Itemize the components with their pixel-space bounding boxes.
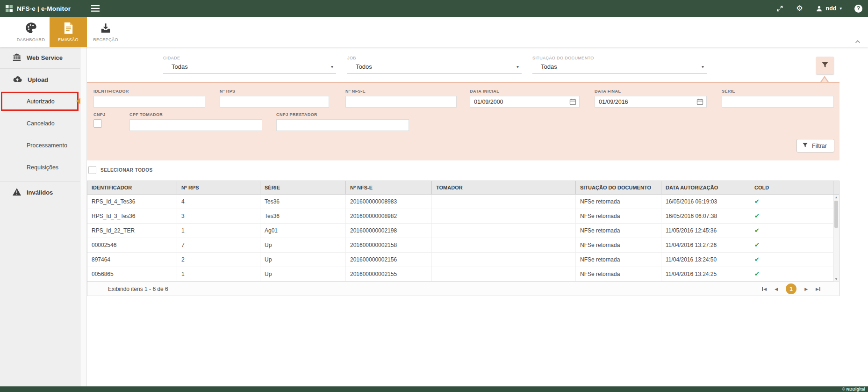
app-title: NFS-e | e-Monitor	[17, 5, 71, 12]
cpf-tomador-input[interactable]	[129, 119, 262, 131]
cell-nfse: 201600000002156	[346, 253, 432, 267]
cell-identificador: 0056865	[87, 267, 177, 281]
sidebar-item-autorizado[interactable]: Autorizado	[0, 90, 80, 112]
grid-scrollbar[interactable]: ▲ ▼	[833, 195, 839, 282]
cidade-value-row: Todas ▾	[163, 62, 336, 74]
sidebar-item-cancelado[interactable]: Cancelado	[0, 112, 80, 134]
first-page-button[interactable]: ◀	[762, 287, 767, 291]
cell-data-autorizacao: 11/04/2016 13:27:26	[661, 238, 750, 252]
settings-gears-icon[interactable]: ⚙	[796, 5, 803, 12]
app-window: NFS-e | e-Monitor ⚙ ndd ▾ ?	[0, 0, 868, 392]
cnpj-prestador-field: CNPJ PRESTADOR	[276, 112, 409, 131]
table-row[interactable]: 0056865 1 Up 201600000002155 NFSe retorn…	[87, 267, 839, 282]
table-row[interactable]: RPS_Id_4_Tes36 4 Tes36 201600000008983 N…	[87, 195, 839, 209]
download-tray-icon	[100, 22, 112, 35]
results-grid: IDENTIFICADOR Nº RPS SÉRIE Nº NFS-E TOMA…	[87, 181, 839, 296]
column-header-rps[interactable]: Nº RPS	[177, 181, 260, 194]
column-header-filler	[833, 181, 839, 194]
rps-input[interactable]	[220, 96, 329, 108]
filter-toggle-button[interactable]	[816, 57, 834, 74]
cnpj-prestador-input[interactable]	[276, 119, 409, 131]
filtrar-button-label: Filtrar	[812, 143, 827, 149]
cnpj-field: CNPJ	[93, 112, 106, 128]
data-final-wrap	[595, 96, 707, 108]
calendar-icon[interactable]	[569, 98, 577, 106]
cidade-value: Todas	[172, 63, 188, 70]
cell-tomador	[432, 195, 576, 209]
warning-triangle-icon	[13, 188, 21, 197]
table-row[interactable]: 00002546 7 Up 201600000002158 NFSe retor…	[87, 238, 839, 253]
column-header-situacao[interactable]: SITUAÇÃO DO DOCUMENTO	[576, 181, 661, 194]
cell-nfse: 201600000002155	[346, 267, 432, 281]
fullscreen-icon[interactable]	[776, 5, 783, 12]
prev-page-button[interactable]: ◀	[775, 287, 778, 291]
last-page-button[interactable]: ▶	[816, 287, 820, 291]
help-icon[interactable]: ?	[854, 5, 862, 13]
cidade-select[interactable]: CIDADE Todas ▾	[163, 56, 336, 74]
identificador-input[interactable]	[93, 96, 205, 108]
data-inicial-input[interactable]	[470, 96, 580, 108]
cell-serie: Up	[260, 267, 346, 281]
column-header-data-autorizacao[interactable]: DATA AUTORIZAÇÃO	[661, 181, 750, 194]
scroll-down-icon[interactable]: ▼	[833, 277, 839, 281]
funnel-icon	[821, 61, 829, 70]
sidebar-item-requisicoes[interactable]: Requisições	[0, 156, 80, 178]
column-header-nfse[interactable]: Nº NFS-E	[346, 181, 432, 194]
check-icon: ✔	[750, 195, 833, 209]
cpf-tomador-label: CPF TOMADOR	[129, 112, 262, 117]
cell-tomador	[432, 224, 576, 238]
table-row[interactable]: 897464 2 Up 201600000002156 NFSe retorna…	[87, 253, 839, 267]
menu-icon[interactable]	[91, 5, 100, 12]
data-inicial-label: DATA INICIAL	[470, 89, 580, 94]
sidebar-item-label: Processamento	[27, 142, 67, 149]
document-icon	[63, 22, 74, 35]
sidebar-item-web-service[interactable]: Web Service	[0, 47, 80, 69]
column-header-cold[interactable]: COLD	[750, 181, 833, 194]
prev-page-icon: ◀	[775, 287, 778, 291]
column-header-serie[interactable]: SÉRIE	[260, 181, 346, 194]
identificador-field: IDENTIFICADOR	[93, 89, 205, 108]
cell-rps: 2	[177, 253, 260, 267]
filtrar-button[interactable]: Filtrar	[796, 139, 834, 152]
situacao-select[interactable]: SITUAÇÃO DO DOCUMENTO Todas ▾	[532, 56, 707, 74]
identificador-label: IDENTIFICADOR	[93, 89, 205, 94]
tab-emissao[interactable]: EMISSÃO	[50, 17, 87, 47]
funnel-icon	[802, 142, 808, 150]
next-page-button[interactable]: ▶	[804, 287, 808, 291]
select-all-checkbox[interactable]	[88, 166, 96, 174]
sidebar-item-upload[interactable]: Upload	[0, 69, 80, 90]
scrollbar-thumb[interactable]	[834, 201, 838, 228]
scroll-up-icon[interactable]: ▲	[833, 196, 839, 199]
table-row[interactable]: RPS_Id_3_Tes36 3 Tes36 201600000008982 N…	[87, 209, 839, 224]
serie-input[interactable]	[722, 96, 834, 108]
current-page-badge[interactable]: 1	[786, 283, 796, 294]
body: Web Service Upload Autorizado Cancelado …	[0, 47, 868, 386]
collapse-toolbar-icon[interactable]	[855, 40, 861, 44]
sidebar-item-label: Upload	[28, 76, 48, 83]
user-menu[interactable]: ndd ▾	[816, 5, 842, 12]
cell-rps: 4	[177, 195, 260, 209]
sidebar-item-processamento[interactable]: Processamento	[0, 134, 80, 156]
table-row[interactable]: RPS_Id_22_TER 1 Ag01 201600000002198 NFS…	[87, 224, 839, 238]
cell-tomador	[432, 267, 576, 281]
check-icon: ✔	[750, 267, 833, 281]
cnpj-checkbox[interactable]	[93, 119, 102, 128]
cell-identificador: 00002546	[87, 238, 177, 252]
column-header-identificador[interactable]: IDENTIFICADOR	[87, 181, 177, 194]
cell-serie: Up	[260, 253, 346, 267]
situacao-value-row: Todas ▾	[532, 62, 707, 74]
cell-situacao: NFSe retornada	[576, 238, 661, 252]
calendar-icon[interactable]	[696, 98, 704, 106]
data-final-input[interactable]	[595, 96, 707, 108]
cell-data-autorizacao: 11/05/2016 12:45:36	[661, 224, 750, 238]
sidebar-item-label: Inválidos	[27, 189, 53, 196]
nfse-input[interactable]	[345, 96, 457, 108]
check-icon: ✔	[750, 224, 833, 238]
sidebar-item-invalidos[interactable]: Inválidos	[0, 181, 80, 203]
column-header-tomador[interactable]: TOMADOR	[432, 181, 576, 194]
sidebar-item-label: Web Service	[27, 54, 63, 61]
user-icon	[816, 5, 823, 12]
tab-recepcao[interactable]: RECEPÇÃO	[87, 17, 124, 47]
job-select[interactable]: JOB Todos ▾	[347, 56, 522, 74]
tab-dashboard[interactable]: DASHBOARD	[12, 17, 50, 47]
